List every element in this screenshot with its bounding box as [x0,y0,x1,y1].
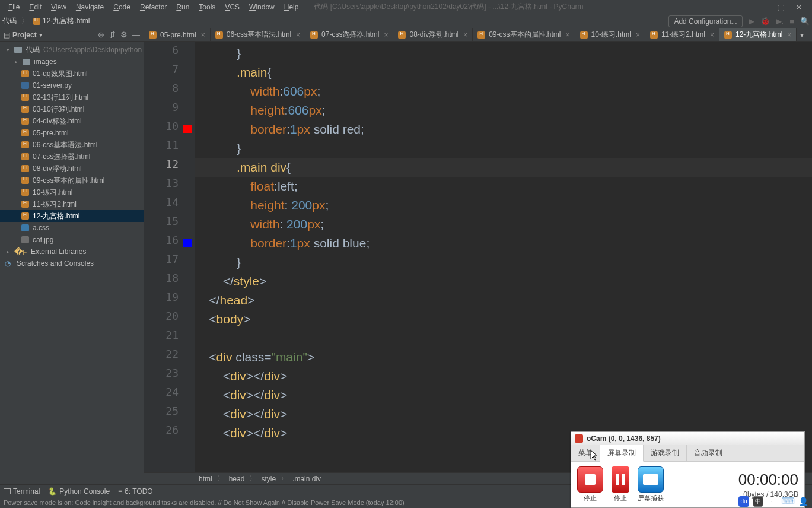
breadcrumb-item[interactable]: head [229,475,245,483]
tree-file[interactable]: 08-div浮动.html [0,163,144,174]
tree-file[interactable]: cat.jpg [0,234,144,246]
ocam-time-value: 00:00:00 [738,471,798,489]
search-icon[interactable]: 🔍 [800,17,810,26]
close-tab-icon[interactable]: × [296,31,300,39]
gear-icon[interactable]: ⚙ [120,30,128,39]
editor-tab[interactable]: 10-练习.html× [575,28,645,41]
menu-file[interactable]: File [4,2,24,12]
breadcrumb-item[interactable]: .main div [292,475,321,483]
close-tab-icon[interactable]: × [566,31,570,39]
html-file-icon [215,31,223,39]
debug-icon[interactable]: 🐞 [760,17,770,26]
close-tab-icon[interactable]: × [463,31,467,39]
tree-file[interactable]: 09-css基本的属性.html [0,174,144,186]
ocam-pause-button[interactable]: 停止 [612,466,629,503]
collapse-icon[interactable]: ⇵ [109,30,116,39]
minimize-icon[interactable]: — [758,2,766,12]
editor-area: 05-pre.html×06-css基本语法.html×07-css选择器.ht… [144,28,812,484]
nav-root[interactable]: 代码 [2,16,17,26]
python-icon: 🐍 [48,487,57,496]
tree-external-libraries[interactable]: ▸�ⱶExternal Libraries [0,246,144,258]
maximize-icon[interactable]: ▢ [777,2,785,12]
html-file-icon [398,31,406,39]
menu-run[interactable]: Run [171,2,194,12]
tree-file[interactable]: 07-css选择器.html [0,151,144,163]
chevron-down-icon[interactable]: ▾ [39,31,42,38]
tree-file[interactable]: 01-server.py [0,80,144,91]
ime-punct-icon[interactable]: ·, [767,496,778,507]
add-configuration-button[interactable]: Add Configuration... [668,15,742,27]
menu-refactor[interactable]: Refactor [135,2,171,12]
terminal-button[interactable]: Terminal [4,487,40,496]
python-console-button[interactable]: 🐍Python Console [48,487,110,496]
editor-tab[interactable]: 11-练习2.html× [645,28,719,41]
tree-file[interactable]: 01-qq效果图.html [0,68,144,80]
editor-tab[interactable]: 09-css基本的属性.html× [473,28,575,41]
editor-tab[interactable]: 07-css选择器.html× [305,28,393,41]
tree-file[interactable]: 05-pre.html [0,127,144,139]
tabs-overflow-icon[interactable]: ▾ [797,28,807,41]
menu-code[interactable]: Code [109,2,135,12]
run-icon[interactable]: ▶ [749,17,754,26]
tree-file[interactable]: 03-10行3列.html [0,103,144,115]
tree-file[interactable]: 10-练习.html [0,186,144,198]
ocam-titlebar[interactable]: oCam (0, 0, 1436, 857) [571,432,804,445]
stop-icon[interactable]: ■ [789,17,794,26]
tree-file[interactable]: 04-div标签.html [0,115,144,127]
tree-folder-images[interactable]: ▸images [0,56,144,68]
target-icon[interactable]: ⊕ [98,30,104,39]
status-message[interactable]: Power save mode is on: Code insight and … [4,499,405,506]
close-icon[interactable]: ✕ [795,2,803,12]
ocam-tab[interactable]: 屏幕录制 [600,445,644,462]
tree-file[interactable]: a.css [0,222,144,234]
run-toolbar: ▶ 🐞 ▶. ■ 🔍 [749,17,810,26]
tree-file[interactable]: 11-练习2.html [0,198,144,210]
menu-view[interactable]: View [46,2,71,12]
editor-tab[interactable]: 05-pre.html× [144,28,211,41]
code-editor[interactable]: } .main{ width:606px; height:606px; bord… [195,42,812,472]
project-tree[interactable]: ▾代码 C:\Users\apple\Desktop\python▸images… [0,42,144,484]
editor-tab[interactable]: 06-css基本语法.html× [211,28,305,41]
html-file-icon [149,31,157,39]
hide-icon[interactable]: — [132,30,140,39]
close-tab-icon[interactable]: × [636,31,640,39]
close-tab-icon[interactable]: × [384,31,388,39]
ocam-stop-button[interactable]: 停止 [577,466,603,503]
tree-file[interactable]: 06-css基本语法.html [0,139,144,151]
todo-icon: ≡ [118,487,122,496]
menu-window[interactable]: Window [244,2,279,12]
close-tab-icon[interactable]: × [787,31,791,39]
ocam-tab[interactable]: 游戏录制 [644,445,687,461]
nav-current-file[interactable]: 12-九宫格.html [43,16,90,26]
tree-file[interactable]: 02-13行11列.html [0,91,144,103]
editor-tab[interactable]: 12-九宫格.html× [719,28,797,41]
ocam-tab[interactable]: 菜单 [571,445,600,461]
gutter[interactable]: 67891011121314151617181920212223242526 [144,42,195,472]
menu-vcs[interactable]: VCS [220,2,244,12]
tree-file[interactable]: 12-九宫格.html [0,210,144,222]
tree-scratches[interactable]: ◔Scratches and Consoles [0,258,144,269]
ocam-tab[interactable]: 音频录制 [687,445,730,461]
project-label: Project [12,31,37,39]
menu-edit[interactable]: Edit [24,2,46,12]
todo-button[interactable]: ≡6: TODO [118,487,153,496]
ocam-capture-button[interactable]: 屏幕捕获 [638,466,664,503]
user-icon[interactable]: 👤 [798,497,808,506]
baidu-ime-icon[interactable]: du [738,496,749,507]
menu-help[interactable]: Help [279,2,304,12]
ime-lang-icon[interactable]: 中 [753,496,763,507]
editor-tab[interactable]: 08-div浮动.html× [393,28,473,41]
breadcrumb-item[interactable]: html [199,475,212,483]
menu-tools[interactable]: Tools [194,2,220,12]
breadcrumb-item[interactable]: style [261,475,276,483]
menu-navigate[interactable]: Navigate [71,2,109,12]
keyboard-icon[interactable]: ⌨ [781,496,795,507]
html-file-icon [580,31,588,39]
run-coverage-icon[interactable]: ▶. [776,17,784,26]
close-tab-icon[interactable]: × [201,31,205,39]
tree-root[interactable]: ▾代码 C:\Users\apple\Desktop\python [0,44,144,56]
project-header[interactable]: ▤ Project ▾ ⊕ ⇵ ⚙ — [0,28,144,42]
ocam-app-icon [575,434,583,443]
close-tab-icon[interactable]: × [710,31,714,39]
pause-icon [612,466,629,493]
